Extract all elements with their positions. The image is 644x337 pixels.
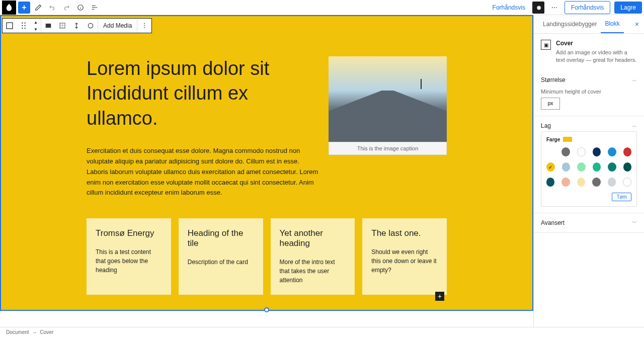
align-icon[interactable] (41, 19, 55, 33)
color-swatch[interactable] (561, 178, 570, 187)
min-height-label: Minimum height of cover (541, 89, 637, 95)
add-inner-block-button[interactable]: + (435, 292, 444, 301)
color-swatch[interactable] (577, 147, 586, 156)
tile-heading[interactable]: Tromsø Energy (96, 228, 162, 238)
color-swatch[interactable] (546, 178, 554, 187)
fullheight-icon[interactable] (69, 19, 84, 33)
svg-point-21 (64, 27, 64, 28)
block-info: ▣ Cover Add an image or video with a tex… (534, 34, 644, 70)
move-up-icon[interactable]: ▲ (31, 19, 41, 26)
undo-icon[interactable] (46, 2, 58, 14)
block-description: Add an image or video with a text overla… (556, 49, 637, 64)
save-button[interactable]: Lagre (614, 2, 642, 14)
tile-body[interactable]: This is a test content that goes below t… (96, 247, 162, 275)
tile-body[interactable]: Description of the card (188, 258, 254, 267)
svg-rect-4 (7, 23, 13, 29)
svg-point-13 (60, 24, 61, 24)
current-color-chip (563, 137, 572, 142)
color-swatch[interactable] (592, 178, 600, 187)
color-swatch[interactable] (577, 178, 585, 187)
svg-point-20 (62, 27, 62, 28)
tab-block[interactable]: Blokk (601, 15, 623, 33)
cover-heading[interactable]: Lorem ipsum dolor sit Incididunt cillum … (87, 56, 318, 131)
color-label: Farge (546, 137, 631, 142)
svg-point-16 (60, 25, 61, 26)
tile-heading[interactable]: Heading of the tile (188, 228, 254, 248)
svg-point-5 (22, 23, 23, 24)
tile-body[interactable]: Should we even right this one down or le… (371, 247, 438, 275)
color-swatch[interactable] (623, 178, 631, 187)
tile[interactable]: The last one. Should we even right this … (362, 218, 447, 295)
tile[interactable]: Yet another heading More of the intro te… (271, 218, 355, 295)
svg-point-15 (64, 24, 64, 24)
cover-block[interactable]: Lorem ipsum dolor sit Incididunt cillum … (0, 15, 533, 311)
color-swatch[interactable] (608, 147, 616, 156)
preview-button[interactable]: Forhåndsvis (565, 1, 610, 14)
duotone-icon[interactable] (84, 19, 98, 33)
color-panel: Farge (541, 131, 637, 207)
drupal-logo[interactable] (2, 1, 16, 15)
chevron-up-icon: ︿ (632, 122, 637, 129)
more-icon[interactable] (548, 2, 560, 14)
svg-point-23 (144, 23, 145, 24)
panel-layer[interactable]: Lag ︿ (541, 122, 637, 129)
cover-caption[interactable]: This is the image caption (329, 142, 447, 155)
settings-button[interactable] (532, 2, 544, 14)
svg-point-7 (22, 25, 23, 26)
add-block-button[interactable]: + (18, 2, 30, 14)
svg-point-19 (60, 27, 61, 28)
color-swatch[interactable] (608, 178, 616, 187)
redo-icon[interactable] (60, 2, 72, 14)
clear-color-button[interactable]: Tøm (612, 193, 631, 201)
cover-image[interactable] (329, 56, 447, 142)
top-toolbar: + Forhåndsvis Forhåndsvis Lagre (0, 0, 644, 15)
tile[interactable]: Heading of the tile Description of the c… (179, 218, 263, 295)
editor-canvas[interactable]: ▲ ▼ Add Media (0, 15, 533, 327)
block-name: Cover (556, 40, 637, 47)
tile-heading[interactable]: Yet another heading (280, 228, 346, 248)
add-media-button[interactable]: Add Media (98, 19, 137, 33)
resize-handle[interactable] (264, 307, 269, 312)
color-swatch[interactable] (546, 162, 555, 172)
position-icon[interactable] (55, 19, 69, 33)
color-swatch[interactable] (593, 147, 601, 156)
tab-page[interactable]: Landingssidebygger (539, 16, 601, 33)
svg-point-24 (144, 25, 145, 26)
color-swatch[interactable] (593, 162, 601, 172)
svg-point-18 (64, 25, 64, 26)
tile-body[interactable]: More of the intro text that takes the us… (280, 258, 346, 285)
panel-advanced[interactable]: Avansert ﹀ (541, 219, 637, 226)
svg-point-17 (62, 25, 62, 26)
color-swatch[interactable] (577, 162, 586, 172)
color-swatch[interactable] (562, 162, 571, 172)
color-swatch[interactable] (623, 147, 631, 156)
outline-icon[interactable] (89, 2, 101, 14)
svg-point-1 (552, 7, 553, 8)
close-sidebar-icon[interactable]: × (635, 20, 639, 28)
cover-icon: ▣ (541, 40, 551, 50)
svg-point-10 (24, 28, 25, 29)
color-swatch[interactable] (546, 147, 554, 156)
color-swatch[interactable] (608, 162, 616, 172)
info-icon[interactable] (74, 2, 87, 14)
edit-icon[interactable] (32, 2, 44, 14)
tile[interactable]: Tromsø Energy This is a test content tha… (87, 218, 171, 295)
tile-heading[interactable]: The last one. (371, 228, 438, 238)
svg-point-2 (554, 7, 555, 8)
preview-link[interactable]: Forhåndsvis (490, 2, 528, 13)
toolbar-left: + (2, 1, 101, 15)
cover-body[interactable]: Exercitation et duis consequat esse dolo… (87, 146, 318, 198)
move-down-icon[interactable]: ▼ (31, 26, 41, 33)
toolbar-right: Forhåndsvis Forhåndsvis Lagre (490, 1, 642, 14)
section-2[interactable]: Lorem ipsum dolor sit amet. ◉ 👤 Irure su… (0, 311, 533, 327)
panel-size[interactable]: Størrelse ︿ (541, 76, 637, 83)
svg-point-8 (24, 25, 25, 26)
color-swatch[interactable] (623, 162, 632, 172)
min-height-input[interactable] (541, 98, 560, 110)
block-type-icon[interactable] (3, 19, 17, 33)
drag-handle-icon[interactable] (17, 19, 31, 33)
settings-sidebar: Landingssidebygger Blokk × ▣ Cover Add a… (533, 15, 644, 327)
color-swatch[interactable] (561, 147, 570, 156)
svg-point-3 (556, 7, 557, 8)
block-more-icon[interactable] (137, 19, 151, 33)
